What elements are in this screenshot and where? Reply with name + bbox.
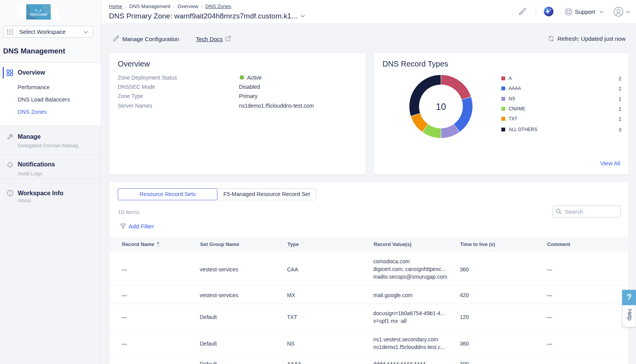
svg-text:TESTCORP: TESTCORP	[30, 13, 48, 17]
